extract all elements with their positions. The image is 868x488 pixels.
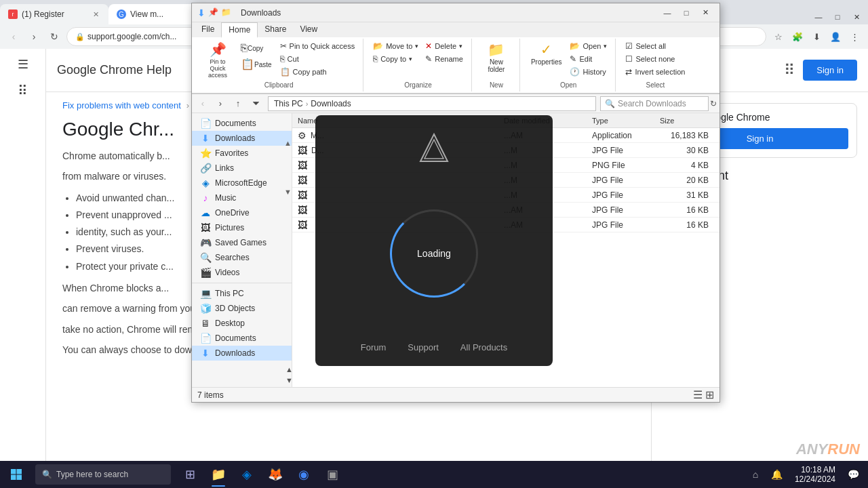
taskbar-firefox[interactable]: 🦊	[262, 461, 289, 488]
videos-icon: 🎬	[200, 267, 211, 278]
google-apps-icon[interactable]: ⠿	[784, 62, 795, 79]
fe-path-input[interactable]: This PC › Downloads	[268, 96, 596, 111]
sidebar-scroll-up[interactable]: ▲	[283, 364, 292, 375]
paste-shortcut-btn[interactable]: 📋 Copy path	[277, 66, 358, 78]
reload-btn[interactable]: ↻	[46, 28, 62, 45]
rename-btn[interactable]: ✎ Rename	[422, 53, 466, 65]
fe-back-btn[interactable]: ‹	[195, 96, 211, 111]
lock-icon: 🔒	[75, 33, 85, 41]
menu-btn[interactable]: ⋮	[846, 28, 863, 45]
browser-maximize[interactable]: □	[829, 9, 846, 24]
tab-2-label: View m...	[130, 9, 163, 19]
copy-path-btn[interactable]: ⎘ Cut	[277, 53, 358, 65]
browser-minimize[interactable]: —	[810, 9, 827, 24]
ribbon-tab-home[interactable]: Home	[221, 22, 258, 38]
forum-link[interactable]: Forum	[361, 342, 387, 352]
fe-up-btn[interactable]: ↑	[230, 96, 246, 111]
sidebar-item-links[interactable]: 🔗 Links	[192, 161, 292, 176]
col-header-type[interactable]: Type	[592, 117, 660, 125]
sidebar-item-documents[interactable]: 📄 Documents	[192, 116, 292, 131]
sidebar-item-saved-games[interactable]: 🎮 Saved Games	[192, 235, 292, 250]
support-link[interactable]: Support	[408, 342, 439, 352]
taskbar-chrome[interactable]: ◉	[290, 461, 317, 488]
sidebar-item-downloads[interactable]: ⬇ Downloads	[192, 131, 292, 146]
sidebar-item-desktop[interactable]: 🖥 Desktop	[192, 316, 292, 331]
paste-btn[interactable]: 📋 Paste	[237, 56, 276, 72]
select-none-btn[interactable]: ☐ Select none	[623, 53, 688, 65]
extensions-btn[interactable]: 🧩	[789, 28, 806, 45]
fe-maximize-btn[interactable]: □	[677, 5, 695, 20]
sign-in-btn[interactable]: Sign in	[803, 60, 857, 81]
paste-shortcut-icon: 📋	[280, 67, 290, 77]
sidebar-item-pictures[interactable]: 🖼 Pictures	[192, 220, 292, 235]
sidebar-arrow-up[interactable]: ▲	[284, 139, 292, 147]
bookmark-btn[interactable]: ☆	[770, 28, 787, 45]
hamburger-icon[interactable]: ☰	[18, 57, 28, 72]
sidebar-arrow-down[interactable]: ▼	[284, 188, 292, 196]
fe-details-view-btn[interactable]: ☰	[693, 388, 703, 401]
taskbar: 🔍 Type here to search ⊞ 📁 ◈ 🦊 ◉ ▣ ⌂ 🔔 10…	[0, 461, 868, 488]
taskbar-search[interactable]: 🔍 Type here to search	[35, 464, 171, 485]
taskbar-task-view[interactable]: ⊞	[176, 461, 203, 488]
ribbon-tab-file[interactable]: File	[195, 22, 221, 37]
fe-close-btn[interactable]: ✕	[696, 5, 714, 20]
tab-1-close[interactable]: ✕	[92, 9, 100, 20]
invert-selection-btn[interactable]: ⇄ Invert selection	[623, 66, 688, 78]
sidebar-item-documents2[interactable]: 📄 Documents	[192, 331, 292, 346]
breadcrumb-sep: ›	[186, 100, 189, 110]
taskbar-system-icon[interactable]: ⌂	[746, 465, 765, 484]
breadcrumb-1[interactable]: Fix problems with web content	[62, 100, 181, 110]
properties-btn[interactable]: ✓ Properties	[527, 40, 566, 67]
tab-1[interactable]: r (1) Register ✕	[0, 4, 108, 24]
fe-refresh-btn[interactable]: ↻	[710, 99, 717, 108]
edit-btn[interactable]: ✎ Edit	[567, 53, 610, 65]
select-all-btn[interactable]: ☑ Select all	[623, 40, 688, 52]
fe-forward-btn[interactable]: ›	[212, 96, 229, 111]
links-icon: 🔗	[200, 163, 211, 174]
move-to-btn[interactable]: 📂 Move to ▾	[370, 40, 421, 52]
google-apps-btn[interactable]: ⠿	[12, 80, 34, 102]
history-btn[interactable]: 🕐 History	[567, 66, 610, 78]
taskbar-edge[interactable]: ◈	[233, 461, 260, 488]
sidebar-thispc-label: This PC	[215, 289, 244, 298]
sidebar-item-this-pc[interactable]: 💻 This PC	[192, 286, 292, 301]
browser-close[interactable]: ✕	[848, 9, 865, 24]
sidebar-scroll-down[interactable]: ▼	[283, 375, 292, 386]
sidebar-item-onedrive[interactable]: ☁ OneDrive	[192, 205, 292, 220]
fe-minimize-btn[interactable]: —	[658, 5, 676, 20]
forward-btn[interactable]: ›	[26, 28, 42, 45]
sidebar-item-microsoftedge[interactable]: ◈ MicrosoftEdge	[192, 176, 292, 190]
taskbar-app6[interactable]: ▣	[319, 461, 346, 488]
sidebar-scroll-controls: ▲ ▼	[283, 364, 292, 386]
fe-search-box[interactable]: 🔍 Search Downloads	[600, 96, 709, 111]
new-folder-icon: 📁	[488, 41, 505, 58]
sidebar-item-searches[interactable]: 🔍 Searches	[192, 250, 292, 265]
pin-to-quick-access-btn[interactable]: 📌 Pin to Quick access	[200, 40, 235, 80]
taskbar-file-explorer[interactable]: 📁	[205, 461, 232, 488]
fe-tiles-view-btn[interactable]: ⊞	[705, 388, 714, 401]
taskbar-time-display[interactable]: 10:18 AM 12/24/2024	[789, 465, 841, 484]
sidebar-item-favorites[interactable]: ⭐ Favorites	[192, 146, 292, 161]
open-btn[interactable]: 📂 Open ▾	[567, 40, 610, 52]
file-5-type: JPG File	[592, 205, 660, 215]
start-btn[interactable]	[0, 461, 33, 488]
back-btn[interactable]: ‹	[5, 28, 22, 45]
download-btn[interactable]: ⬇	[808, 28, 825, 45]
col-header-size[interactable]: Size	[660, 117, 714, 125]
ribbon-tab-share[interactable]: Share	[258, 22, 293, 37]
new-folder-btn[interactable]: 📁 New folder	[479, 40, 514, 75]
taskbar-notification-icon[interactable]: 🔔	[768, 465, 787, 484]
sidebar-item-3d-objects[interactable]: 🧊 3D Objects	[192, 301, 292, 316]
cut-btn[interactable]: ✂ Pin to Quick access	[277, 40, 358, 52]
delete-btn[interactable]: ✕ Delete ▾	[422, 40, 466, 52]
all-products-link[interactable]: All Products	[460, 342, 507, 352]
sidebar-item-videos[interactable]: 🎬 Videos	[192, 265, 292, 280]
ribbon-tab-view[interactable]: View	[293, 22, 324, 37]
account-btn[interactable]: 👤	[827, 28, 844, 45]
sidebar-item-downloads2[interactable]: ⬇ Downloads	[192, 346, 292, 361]
copy-to-btn[interactable]: ⎘ Copy to ▾	[370, 53, 421, 65]
taskbar-action-center[interactable]: 💬	[844, 465, 863, 484]
copy-btn[interactable]: ⎘ Copy	[237, 40, 276, 56]
fe-recent-btn[interactable]: ⏷	[248, 96, 264, 111]
sidebar-item-music[interactable]: ♪ Music	[192, 190, 292, 205]
